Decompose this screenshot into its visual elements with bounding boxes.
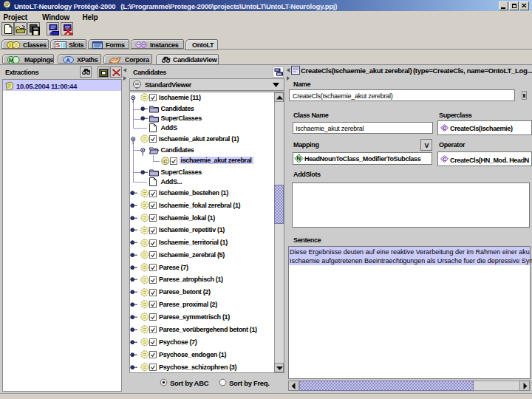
svg-text:C: C (443, 157, 446, 162)
svg-text:C: C (443, 126, 446, 131)
svg-text:C: C (163, 157, 168, 164)
svg-text:S: S (56, 41, 61, 49)
svg-text:M: M (9, 57, 14, 64)
svg-text:A: A (66, 57, 70, 64)
